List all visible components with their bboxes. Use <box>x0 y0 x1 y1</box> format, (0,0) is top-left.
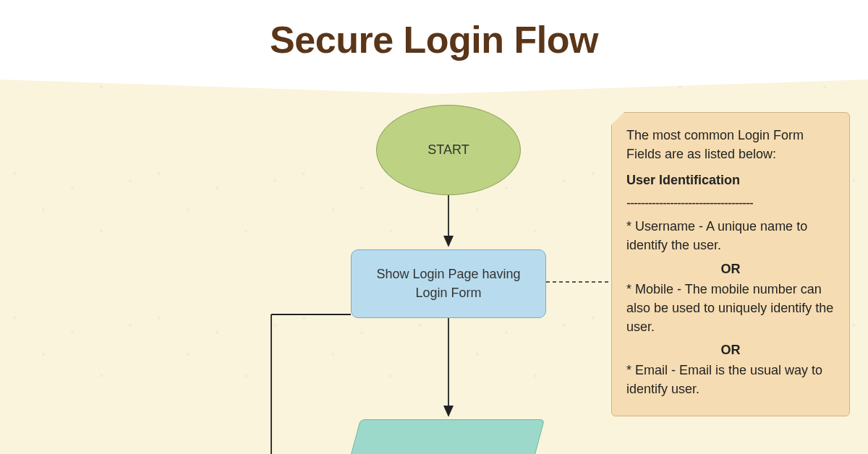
start-node: START <box>376 105 521 195</box>
header-banner: Secure Login Flow <box>0 0 868 80</box>
note-or-2: OR <box>626 340 835 359</box>
page-title: Secure Login Flow <box>270 18 598 61</box>
note-intro: The most common Login Form Fields are as… <box>626 126 835 163</box>
annotation-note: The most common Login Form Fields are as… <box>611 112 850 416</box>
show-login-node: Show Login Page having Login Form <box>351 249 546 318</box>
note-username: * Username - A unique name to identify t… <box>626 217 835 254</box>
note-heading: User Identification <box>626 173 740 187</box>
start-label: START <box>427 142 469 158</box>
note-divider: ----------------------------------- <box>626 194 835 213</box>
note-email: * Email - Email is the usual way to iden… <box>626 361 835 398</box>
note-or-1: OR <box>626 260 835 278</box>
note-mobile: * Mobile - The mobile number can also be… <box>626 280 835 336</box>
next-node-partial <box>349 419 545 454</box>
show-login-label: Show Login Page having Login Form <box>370 265 527 301</box>
